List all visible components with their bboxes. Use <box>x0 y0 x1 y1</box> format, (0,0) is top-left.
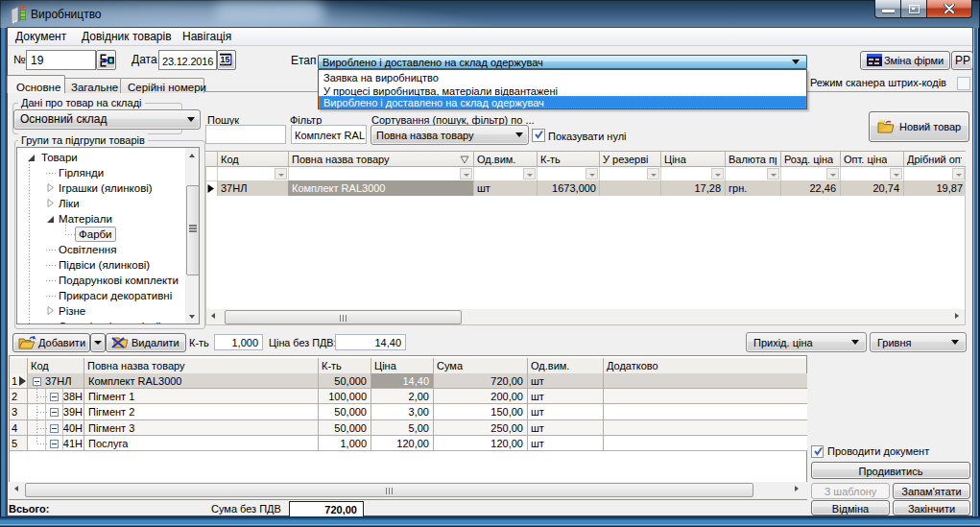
svg-text:15: 15 <box>220 55 229 64</box>
